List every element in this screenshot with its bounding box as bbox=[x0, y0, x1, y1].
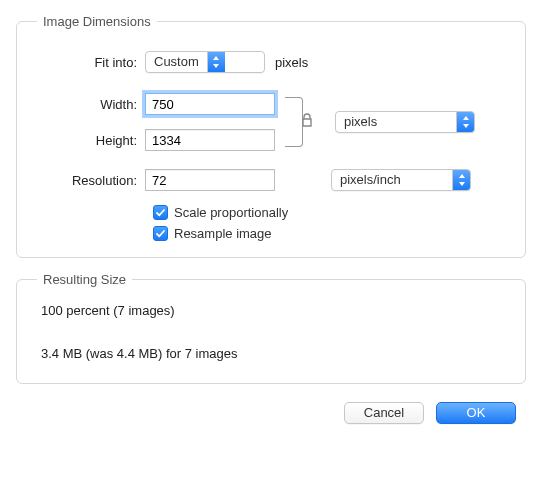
resolution-row: Resolution: pixels/inch bbox=[37, 169, 505, 191]
height-input[interactable] bbox=[145, 129, 275, 151]
checkmark-icon bbox=[155, 228, 166, 239]
aspect-lock[interactable] bbox=[283, 93, 331, 151]
fit-into-value: Custom bbox=[146, 52, 207, 72]
height-label: Height: bbox=[37, 133, 145, 148]
resample-image-row: Resample image bbox=[37, 226, 505, 241]
width-label: Width: bbox=[37, 97, 145, 112]
resulting-size-title: Resulting Size bbox=[37, 272, 132, 287]
resample-image-label: Resample image bbox=[174, 226, 272, 241]
updown-arrows-icon bbox=[207, 52, 225, 72]
result-percent: 100 percent (7 images) bbox=[37, 297, 505, 324]
fit-into-label: Fit into: bbox=[37, 55, 145, 70]
width-input[interactable] bbox=[145, 93, 275, 115]
scale-proportionally-checkbox[interactable] bbox=[153, 205, 168, 220]
ok-button[interactable]: OK bbox=[436, 402, 516, 424]
cancel-button[interactable]: Cancel bbox=[344, 402, 424, 424]
fit-into-select[interactable]: Custom bbox=[145, 51, 265, 73]
button-row: Cancel OK bbox=[16, 398, 526, 424]
width-height-block: Width: Height: pixels bbox=[37, 93, 505, 151]
updown-arrows-icon bbox=[452, 170, 470, 190]
image-dimensions-title: Image Dimensions bbox=[37, 14, 157, 29]
scale-proportionally-row: Scale proportionally bbox=[37, 205, 505, 220]
lock-icon bbox=[301, 113, 313, 130]
updown-arrows-icon bbox=[456, 112, 474, 132]
fit-into-row: Fit into: Custom pixels bbox=[37, 51, 505, 73]
resolution-unit-value: pixels/inch bbox=[332, 170, 452, 190]
result-filesize: 3.4 MB (was 4.4 MB) for 7 images bbox=[37, 340, 505, 367]
scale-proportionally-label: Scale proportionally bbox=[174, 205, 288, 220]
fit-into-unit: pixels bbox=[275, 55, 308, 70]
checkmark-icon bbox=[155, 207, 166, 218]
image-dimensions-group: Image Dimensions Fit into: Custom pixels… bbox=[16, 14, 526, 258]
resulting-size-group: Resulting Size 100 percent (7 images) 3.… bbox=[16, 272, 526, 384]
resolution-input[interactable] bbox=[145, 169, 275, 191]
wh-unit-value: pixels bbox=[336, 112, 456, 132]
wh-unit-select[interactable]: pixels bbox=[335, 111, 475, 133]
resolution-label: Resolution: bbox=[37, 173, 145, 188]
resolution-unit-select[interactable]: pixels/inch bbox=[331, 169, 471, 191]
resample-image-checkbox[interactable] bbox=[153, 226, 168, 241]
